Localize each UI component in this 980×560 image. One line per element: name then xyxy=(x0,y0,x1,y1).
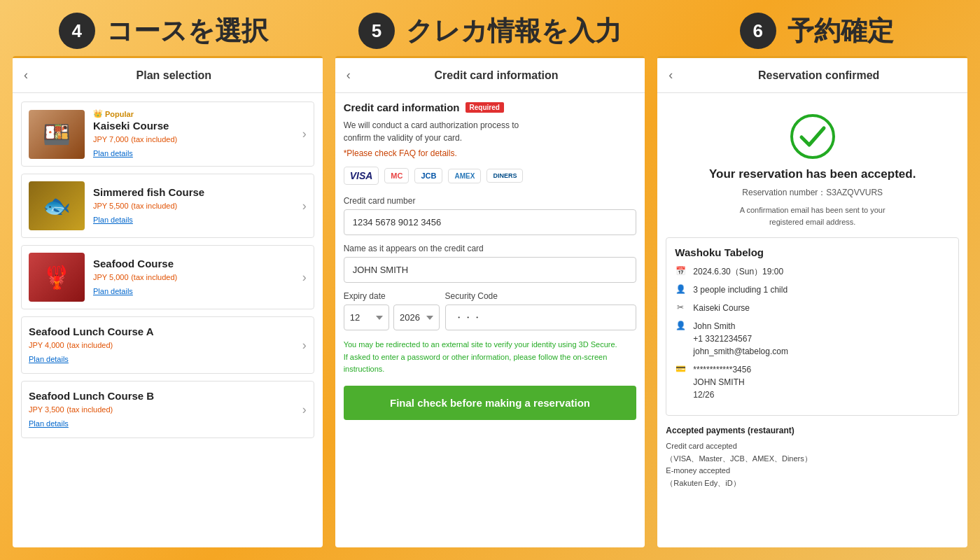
confirmed-check-icon-container xyxy=(666,114,959,159)
panel1-title: Plan selection xyxy=(36,69,312,82)
card-accepted-brands: （VISA、Master、JCB、AMEX、Diners） xyxy=(666,453,959,465)
step6-header: 6 予約確定 xyxy=(653,13,980,49)
emoney-accepted-label: E-money accepted xyxy=(666,465,959,477)
expiry-month-select[interactable]: 12 xyxy=(344,304,389,330)
confirmed-contact-row: 👤 John Smith +1 3321234567 john_smith@ta… xyxy=(675,320,950,358)
plan-seafood-lunch-b-name: Seafood Lunch Course B xyxy=(29,390,297,402)
plan-seafood-lunch-b-price: JPY 3,500 (tax included) xyxy=(29,404,297,414)
creditcard-icon: 💳 xyxy=(675,364,686,374)
plan-simmered-arrow: › xyxy=(302,199,307,214)
plan-seafood-lunch-a-details-link[interactable]: Plan details xyxy=(29,355,69,363)
card-accepted-label: Credit card accepted xyxy=(666,440,959,453)
expiry-security-row: Expiry date 12 2026 Security Code xyxy=(344,291,637,330)
plan-seafood-lunch-b-arrow: › xyxy=(302,402,307,417)
plan-simmered-details-link[interactable]: Plan details xyxy=(93,216,133,224)
plan-kaiseki-arrow: › xyxy=(302,127,307,141)
plan-kaiseki-details-link[interactable]: Plan details xyxy=(93,149,133,158)
jcb-logo: JCB xyxy=(414,168,442,183)
plan-seafood-lunch-a-price: JPY 4,000 (tax included) xyxy=(29,340,297,350)
cc-section-title: Credit card information Required xyxy=(344,102,637,113)
plan-item-seafood-lunch-a[interactable]: Seafood Lunch Course A JPY 4,000 (tax in… xyxy=(21,316,314,374)
calendar-icon: 📅 xyxy=(675,266,686,276)
panel-credit-card: ‹ Credit card information Credit card in… xyxy=(335,56,645,547)
step5-title: クレカ情報を入力 xyxy=(406,13,622,49)
confirmed-card-row: 💳 ************3456 JOHN SMITH 12/26 xyxy=(675,363,950,401)
plan-seafood-arrow: › xyxy=(302,270,307,285)
final-check-button[interactable]: Final check before making a reservation xyxy=(344,386,637,420)
confirmed-date: 2024.6.30（Sun）19:00 xyxy=(693,265,950,278)
confirmed-course: Kaiseki Course xyxy=(693,302,950,314)
cc-number-input[interactable] xyxy=(344,209,637,235)
plan-item-seafood-lunch-b[interactable]: Seafood Lunch Course B JPY 3,500 (tax in… xyxy=(21,381,314,438)
plan-kaiseki-popular: 👑 Popular xyxy=(93,109,297,118)
step6-circle: 6 xyxy=(740,13,776,49)
panel3-title: Reservation confirmed xyxy=(681,69,956,82)
plan-kaiseki-name: Kaiseki Course xyxy=(93,120,297,132)
security-col: Security Code xyxy=(445,291,637,330)
svg-point-0 xyxy=(792,115,834,158)
diners-logo: DINERS xyxy=(486,169,523,183)
confirmed-contact: John Smith +1 3321234567 john_smith@tabe… xyxy=(693,320,950,358)
payments-title: Accepted payments (restaurant) xyxy=(666,424,959,438)
panel2-title: Credit card information xyxy=(359,69,634,82)
plan-seafood-name: Seafood Course xyxy=(93,258,297,270)
required-badge: Required xyxy=(465,102,504,113)
plan-seafood-details-link[interactable]: Plan details xyxy=(93,287,133,295)
expiry-year-select[interactable]: 2026 xyxy=(393,304,439,330)
plan-item-kaiseki[interactable]: 🍱 👑 Popular Kaiseki Course JPY 7,000 (ta… xyxy=(21,102,314,167)
mastercard-logo: MC xyxy=(384,168,409,183)
panel2-content: Credit card information Required We will… xyxy=(335,93,645,547)
cc-description: We will conduct a card authorization pro… xyxy=(344,119,637,144)
confirmed-restaurant-name: Washoku Tabelog xyxy=(675,246,950,258)
panel2-back-button[interactable]: ‹ xyxy=(346,68,351,83)
cc-faq-link[interactable]: *Please check FAQ for details. xyxy=(344,148,637,158)
confirmed-email-note: A confirmation email has been sent to yo… xyxy=(666,204,959,227)
panel3-header: ‹ Reservation confirmed xyxy=(657,58,967,93)
emoney-accepted-brands: （Rakuten Edy、iD） xyxy=(666,477,959,490)
plan-seafood-lunch-a-arrow: › xyxy=(302,338,307,353)
panel1-back-button[interactable]: ‹ xyxy=(24,68,28,83)
course-icon: ✂ xyxy=(675,302,686,312)
panel1-header: ‹ Plan selection xyxy=(13,58,323,93)
step4-header: 4 コースを選択 xyxy=(0,13,327,49)
plan-simmered-name: Simmered fish Course xyxy=(93,186,297,198)
cc-3d-secure-warning: You may be redirected to an external sit… xyxy=(344,339,637,376)
panel3-content: Your reservation has been accepted. Rese… xyxy=(657,93,967,547)
header-row: 4 コースを選択 5 クレカ情報を入力 6 予約確定 xyxy=(0,0,980,56)
plan-seafood-lunch-a-name: Seafood Lunch Course A xyxy=(29,326,297,337)
cc-name-input[interactable] xyxy=(344,257,637,283)
confirmed-course-row: ✂ Kaiseki Course xyxy=(675,302,950,314)
step5-circle: 5 xyxy=(358,13,395,49)
expiry-label: Expiry date xyxy=(344,291,440,301)
plan-seafood-price: JPY 5,000 (tax included) xyxy=(93,272,297,282)
person-icon: 👤 xyxy=(675,321,686,330)
security-label: Security Code xyxy=(445,291,637,301)
step5-header: 5 クレカ情報を入力 xyxy=(327,13,654,49)
plan-seafood-info: Seafood Course JPY 5,000 (tax included) … xyxy=(93,258,297,297)
plan-kaiseki-info: 👑 Popular Kaiseki Course JPY 7,000 (tax … xyxy=(93,109,297,159)
visa-logo: VISA xyxy=(344,167,379,185)
step4-title: コースを選択 xyxy=(106,13,268,49)
plan-seafood-lunch-a-info: Seafood Lunch Course A JPY 4,000 (tax in… xyxy=(29,326,297,365)
card-logos: VISA MC JCB AMEX DINERS xyxy=(344,167,637,185)
step4-circle: 4 xyxy=(59,13,95,49)
payments-section: Accepted payments (restaurant) Credit ca… xyxy=(666,424,959,490)
panel3-back-button[interactable]: ‹ xyxy=(668,68,673,83)
panel-reservation-confirmed: ‹ Reservation confirmed Your reservation… xyxy=(657,56,967,547)
security-code-input[interactable] xyxy=(445,304,637,330)
plan-seafood-image: 🦞 xyxy=(29,253,85,302)
plan-seafood-lunch-b-details-link[interactable]: Plan details xyxy=(29,419,69,428)
plan-simmered-info: Simmered fish Course JPY 5,500 (tax incl… xyxy=(93,186,297,225)
confirmed-res-number: Reservation number：S3AZQVVURS xyxy=(666,187,959,199)
plan-simmered-image: 🐟 xyxy=(29,181,85,230)
panel2-header: ‹ Credit card information xyxy=(335,58,645,93)
confirmed-guests-row: 👤 3 people including 1 child xyxy=(675,284,950,296)
confirmed-card-info: ************3456 JOHN SMITH 12/26 xyxy=(693,363,950,401)
plan-seafood-lunch-b-info: Seafood Lunch Course B JPY 3,500 (tax in… xyxy=(29,390,297,429)
confirmed-booking-card: Washoku Tabelog 📅 2024.6.30（Sun）19:00 👤 … xyxy=(666,237,959,416)
plan-item-simmered[interactable]: 🐟 Simmered fish Course JPY 5,500 (tax in… xyxy=(21,174,314,238)
check-circle-icon xyxy=(790,114,835,159)
amex-logo: AMEX xyxy=(448,169,481,183)
plan-item-seafood[interactable]: 🦞 Seafood Course JPY 5,000 (tax included… xyxy=(21,245,314,309)
panel1-content: 🍱 👑 Popular Kaiseki Course JPY 7,000 (ta… xyxy=(13,93,323,547)
